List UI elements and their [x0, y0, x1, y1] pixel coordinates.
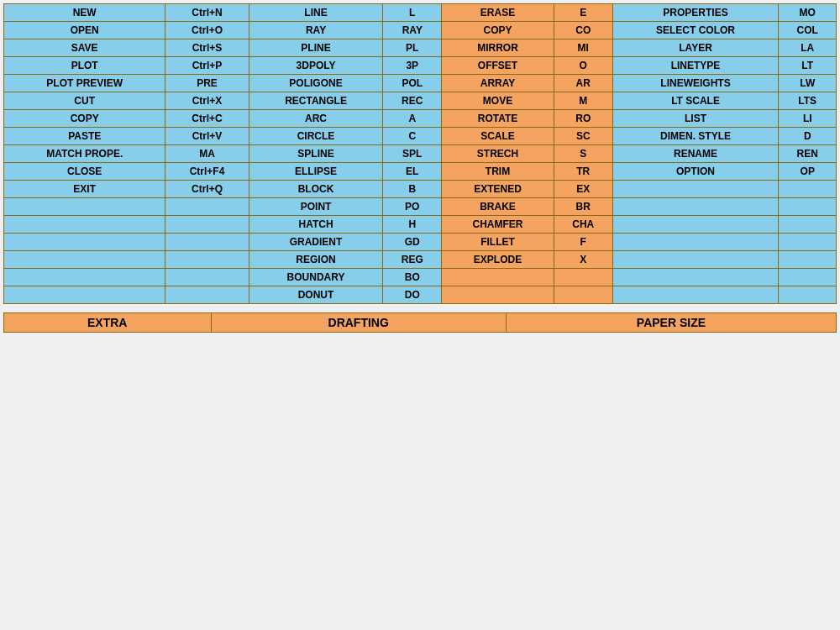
modify-short: F: [554, 234, 612, 251]
draw-cmd: RECTANGLE: [249, 92, 383, 110]
format-short: [779, 251, 837, 269]
draw-short: DO: [383, 286, 442, 304]
format-cmd: LINEWEIGHTS: [612, 75, 779, 92]
modify-cmd: MIRROR: [442, 39, 554, 57]
draw-cmd: ARC: [249, 110, 383, 128]
draw-short: H: [383, 216, 442, 234]
draw-cmd: RAY: [249, 22, 383, 39]
draw-short: EL: [383, 163, 442, 181]
file-cmd: [4, 251, 165, 269]
file-key: Ctrl+N: [165, 4, 249, 22]
draw-cmd: BLOCK: [249, 181, 383, 198]
draw-cmd: 3DPOLY: [249, 57, 383, 75]
file-cmd: OPEN: [4, 22, 165, 39]
extra-header: EXTRA: [4, 313, 212, 333]
format-short: LI: [779, 110, 837, 128]
file-cmd: [4, 286, 165, 304]
modify-cmd: MOVE: [442, 92, 554, 110]
file-key: [165, 251, 249, 269]
format-cmd: DIMEN. STYLE: [612, 128, 779, 145]
modify-short: [554, 269, 612, 286]
draw-cmd: BOUNDARY: [249, 269, 383, 286]
modify-short: BR: [554, 198, 612, 216]
modify-cmd: ERASE: [442, 4, 554, 22]
file-cmd: [4, 198, 165, 216]
format-short: REN: [779, 145, 837, 163]
format-cmd: [612, 286, 779, 304]
modify-cmd: [442, 286, 554, 304]
format-short: COL: [779, 22, 837, 39]
format-cmd: LAYER: [612, 39, 779, 57]
file-cmd: [4, 216, 165, 234]
file-cmd: CUT: [4, 92, 165, 110]
format-short: LA: [779, 39, 837, 57]
drafting-header: DRAFTING: [211, 313, 506, 333]
format-short: D: [779, 128, 837, 145]
format-cmd: PROPERTIES: [612, 4, 779, 22]
draw-short: PO: [383, 198, 442, 216]
format-short: [779, 198, 837, 216]
format-cmd: [612, 251, 779, 269]
draw-short: POL: [383, 75, 442, 92]
draw-short: SPL: [383, 145, 442, 163]
draw-short: RAY: [383, 22, 442, 39]
draw-short: REG: [383, 251, 442, 269]
format-short: LTS: [779, 92, 837, 110]
draw-short: PL: [383, 39, 442, 57]
modify-short: TR: [554, 163, 612, 181]
modify-cmd: TRIM: [442, 163, 554, 181]
draw-short: C: [383, 128, 442, 145]
format-short: [779, 216, 837, 234]
file-key: Ctrl+S: [165, 39, 249, 57]
format-cmd: RENAME: [612, 145, 779, 163]
draw-cmd: SPLINE: [249, 145, 383, 163]
format-cmd: OPTION: [612, 163, 779, 181]
modify-cmd: CHAMFER: [442, 216, 554, 234]
file-cmd: PLOT: [4, 57, 165, 75]
modify-short: CHA: [554, 216, 612, 234]
modify-short: [554, 286, 612, 304]
file-cmd: EXIT: [4, 181, 165, 198]
format-short: [779, 269, 837, 286]
main-container: NEWCtrl+NLINELERASEEPROPERTIESMOOPENCtrl…: [0, 0, 840, 336]
draw-cmd: HATCH: [249, 216, 383, 234]
format-cmd: [612, 181, 779, 198]
draw-short: B: [383, 181, 442, 198]
modify-cmd: OFFSET: [442, 57, 554, 75]
draw-cmd: LINE: [249, 4, 383, 22]
modify-short: M: [554, 92, 612, 110]
format-cmd: LT SCALE: [612, 92, 779, 110]
format-cmd: LIST: [612, 110, 779, 128]
file-cmd: PLOT PREVIEW: [4, 75, 165, 92]
modify-short: S: [554, 145, 612, 163]
format-short: [779, 286, 837, 304]
draw-cmd: POLIGONE: [249, 75, 383, 92]
modify-cmd: COPY: [442, 22, 554, 39]
file-key: Ctrl+Q: [165, 181, 249, 198]
draw-cmd: DONUT: [249, 286, 383, 304]
format-cmd: [612, 269, 779, 286]
format-short: LW: [779, 75, 837, 92]
format-short: MO: [779, 4, 837, 22]
format-short: OP: [779, 163, 837, 181]
modify-cmd: ROTATE: [442, 110, 554, 128]
modify-cmd: SCALE: [442, 128, 554, 145]
format-short: [779, 234, 837, 251]
file-key: Ctrl+F4: [165, 163, 249, 181]
file-cmd: [4, 269, 165, 286]
modify-short: AR: [554, 75, 612, 92]
modify-cmd: STRECH: [442, 145, 554, 163]
format-cmd: [612, 198, 779, 216]
file-key: [165, 286, 249, 304]
file-key: PRE: [165, 75, 249, 92]
file-key: [165, 269, 249, 286]
file-cmd: CLOSE: [4, 163, 165, 181]
file-cmd: [4, 234, 165, 251]
file-key: [165, 234, 249, 251]
file-cmd: MATCH PROPE.: [4, 145, 165, 163]
draw-cmd: CIRCLE: [249, 128, 383, 145]
format-short: [779, 181, 837, 198]
format-short: LT: [779, 57, 837, 75]
top-table: NEWCtrl+NLINELERASEEPROPERTIESMOOPENCtrl…: [3, 3, 837, 304]
modify-cmd: EXPLODE: [442, 251, 554, 269]
